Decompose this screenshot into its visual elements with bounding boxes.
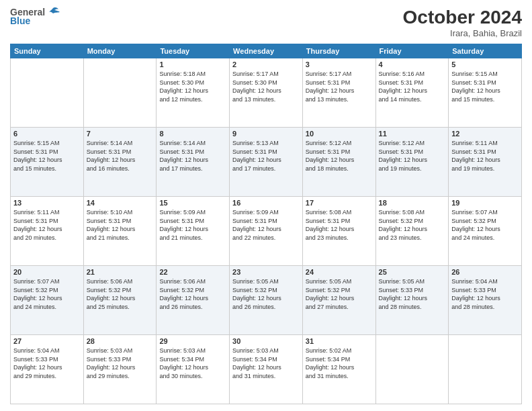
day-number: 4 xyxy=(379,60,446,68)
day-info: Sunrise: 5:06 AMSunset: 5:32 PMDaylight:… xyxy=(87,277,154,311)
table-row: 9Sunrise: 5:13 AMSunset: 5:31 PMDaylight… xyxy=(230,128,303,197)
day-number: 20 xyxy=(13,268,81,276)
day-info: Sunrise: 5:08 AMSunset: 5:31 PMDaylight:… xyxy=(306,208,373,242)
table-row: 6Sunrise: 5:15 AMSunset: 5:31 PMDaylight… xyxy=(11,128,84,197)
day-info: Sunrise: 5:09 AMSunset: 5:31 PMDaylight:… xyxy=(232,208,300,242)
day-info: Sunrise: 5:14 AMSunset: 5:31 PMDaylight:… xyxy=(159,139,226,173)
table-row: 7Sunrise: 5:14 AMSunset: 5:31 PMDaylight… xyxy=(83,128,157,197)
table-row: 3Sunrise: 5:17 AMSunset: 5:31 PMDaylight… xyxy=(302,58,375,128)
table-row: 24Sunrise: 5:05 AMSunset: 5:32 PMDayligh… xyxy=(302,266,375,335)
calendar-week-row: 1Sunrise: 5:18 AMSunset: 5:30 PMDaylight… xyxy=(11,58,522,128)
table-row: 2Sunrise: 5:17 AMSunset: 5:30 PMDaylight… xyxy=(230,58,303,128)
table-row: 18Sunrise: 5:08 AMSunset: 5:32 PMDayligh… xyxy=(375,197,449,266)
day-info: Sunrise: 5:03 AMSunset: 5:34 PMDaylight:… xyxy=(159,347,226,380)
table-row xyxy=(83,58,157,128)
day-info: Sunrise: 5:12 AMSunset: 5:31 PMDaylight:… xyxy=(379,139,446,173)
calendar-week-row: 13Sunrise: 5:11 AMSunset: 5:31 PMDayligh… xyxy=(11,197,522,266)
day-info: Sunrise: 5:12 AMSunset: 5:31 PMDaylight:… xyxy=(306,139,373,173)
day-number: 21 xyxy=(87,268,154,276)
table-row: 19Sunrise: 5:07 AMSunset: 5:32 PMDayligh… xyxy=(449,197,522,266)
day-number: 29 xyxy=(159,337,226,345)
table-row: 15Sunrise: 5:09 AMSunset: 5:31 PMDayligh… xyxy=(157,197,230,266)
page: General Blue October 2024 Irara, Bahia, … xyxy=(0,0,532,411)
table-row: 13Sunrise: 5:11 AMSunset: 5:31 PMDayligh… xyxy=(11,197,84,266)
day-number: 1 xyxy=(159,60,226,68)
day-info: Sunrise: 5:06 AMSunset: 5:32 PMDaylight:… xyxy=(159,277,226,311)
day-number: 16 xyxy=(232,199,300,207)
day-number: 23 xyxy=(232,268,300,276)
table-row: 11Sunrise: 5:12 AMSunset: 5:31 PMDayligh… xyxy=(375,128,449,197)
day-info: Sunrise: 5:08 AMSunset: 5:32 PMDaylight:… xyxy=(379,208,446,242)
day-number: 19 xyxy=(451,199,519,207)
day-info: Sunrise: 5:13 AMSunset: 5:31 PMDaylight:… xyxy=(232,139,300,173)
day-number: 26 xyxy=(451,268,519,276)
title-block: October 2024 Irara, Bahia, Brazil xyxy=(403,7,522,38)
logo: General Blue xyxy=(10,7,60,26)
header-row: Sunday Monday Tuesday Wednesday Thursday… xyxy=(11,44,522,58)
day-info: Sunrise: 5:16 AMSunset: 5:31 PMDaylight:… xyxy=(379,70,446,103)
calendar-week-row: 6Sunrise: 5:15 AMSunset: 5:31 PMDaylight… xyxy=(11,128,522,197)
day-number: 6 xyxy=(13,130,81,138)
table-row: 28Sunrise: 5:03 AMSunset: 5:33 PMDayligh… xyxy=(83,335,157,404)
table-row xyxy=(375,335,449,404)
table-row: 12Sunrise: 5:11 AMSunset: 5:31 PMDayligh… xyxy=(449,128,522,197)
day-number: 18 xyxy=(379,199,446,207)
day-info: Sunrise: 5:11 AMSunset: 5:31 PMDaylight:… xyxy=(13,208,81,242)
day-info: Sunrise: 5:04 AMSunset: 5:33 PMDaylight:… xyxy=(13,347,81,380)
day-info: Sunrise: 5:11 AMSunset: 5:31 PMDaylight:… xyxy=(451,139,519,173)
day-number: 22 xyxy=(159,268,226,276)
day-info: Sunrise: 5:05 AMSunset: 5:32 PMDaylight:… xyxy=(306,277,373,311)
table-row: 5Sunrise: 5:15 AMSunset: 5:31 PMDaylight… xyxy=(449,58,522,128)
col-sunday: Sunday xyxy=(11,44,84,58)
table-row: 8Sunrise: 5:14 AMSunset: 5:31 PMDaylight… xyxy=(157,128,230,197)
day-info: Sunrise: 5:07 AMSunset: 5:32 PMDaylight:… xyxy=(13,277,81,311)
table-row xyxy=(11,58,84,128)
day-info: Sunrise: 5:17 AMSunset: 5:31 PMDaylight:… xyxy=(306,70,373,103)
calendar-week-row: 20Sunrise: 5:07 AMSunset: 5:32 PMDayligh… xyxy=(11,266,522,335)
table-row xyxy=(449,335,522,404)
col-tuesday: Tuesday xyxy=(157,44,230,58)
day-number: 5 xyxy=(451,60,519,68)
day-info: Sunrise: 5:14 AMSunset: 5:31 PMDaylight:… xyxy=(87,139,154,173)
day-info: Sunrise: 5:04 AMSunset: 5:33 PMDaylight:… xyxy=(451,277,519,311)
day-number: 2 xyxy=(232,60,300,68)
day-info: Sunrise: 5:18 AMSunset: 5:30 PMDaylight:… xyxy=(159,70,226,103)
day-info: Sunrise: 5:15 AMSunset: 5:31 PMDaylight:… xyxy=(13,139,81,173)
table-row: 17Sunrise: 5:08 AMSunset: 5:31 PMDayligh… xyxy=(302,197,375,266)
day-number: 9 xyxy=(232,130,300,138)
day-number: 27 xyxy=(13,337,81,345)
table-row: 29Sunrise: 5:03 AMSunset: 5:34 PMDayligh… xyxy=(157,335,230,404)
calendar-week-row: 27Sunrise: 5:04 AMSunset: 5:33 PMDayligh… xyxy=(11,335,522,404)
day-info: Sunrise: 5:10 AMSunset: 5:31 PMDaylight:… xyxy=(87,208,154,242)
day-number: 14 xyxy=(87,199,154,207)
day-number: 28 xyxy=(87,337,154,345)
day-number: 13 xyxy=(13,199,81,207)
table-row: 1Sunrise: 5:18 AMSunset: 5:30 PMDaylight… xyxy=(157,58,230,128)
header: General Blue October 2024 Irara, Bahia, … xyxy=(10,7,522,38)
table-row: 20Sunrise: 5:07 AMSunset: 5:32 PMDayligh… xyxy=(11,266,84,335)
day-number: 12 xyxy=(451,130,519,138)
day-info: Sunrise: 5:02 AMSunset: 5:34 PMDaylight:… xyxy=(306,347,373,380)
col-thursday: Thursday xyxy=(302,44,375,58)
day-number: 17 xyxy=(306,199,373,207)
day-info: Sunrise: 5:05 AMSunset: 5:33 PMDaylight:… xyxy=(379,277,446,311)
col-friday: Friday xyxy=(375,44,449,58)
day-info: Sunrise: 5:07 AMSunset: 5:32 PMDaylight:… xyxy=(451,208,519,242)
table-row: 30Sunrise: 5:03 AMSunset: 5:34 PMDayligh… xyxy=(230,335,303,404)
location-subtitle: Irara, Bahia, Brazil xyxy=(403,28,522,38)
day-number: 30 xyxy=(232,337,300,345)
day-number: 24 xyxy=(306,268,373,276)
calendar-table: Sunday Monday Tuesday Wednesday Thursday… xyxy=(10,44,522,404)
table-row: 16Sunrise: 5:09 AMSunset: 5:31 PMDayligh… xyxy=(230,197,303,266)
table-row: 25Sunrise: 5:05 AMSunset: 5:33 PMDayligh… xyxy=(375,266,449,335)
day-number: 15 xyxy=(159,199,226,207)
day-number: 8 xyxy=(159,130,226,138)
table-row: 31Sunrise: 5:02 AMSunset: 5:34 PMDayligh… xyxy=(302,335,375,404)
col-monday: Monday xyxy=(83,44,157,58)
table-row: 21Sunrise: 5:06 AMSunset: 5:32 PMDayligh… xyxy=(83,266,157,335)
day-info: Sunrise: 5:09 AMSunset: 5:31 PMDaylight:… xyxy=(159,208,226,242)
col-saturday: Saturday xyxy=(449,44,522,58)
table-row: 10Sunrise: 5:12 AMSunset: 5:31 PMDayligh… xyxy=(302,128,375,197)
day-number: 25 xyxy=(379,268,446,276)
table-row: 27Sunrise: 5:04 AMSunset: 5:33 PMDayligh… xyxy=(11,335,84,404)
